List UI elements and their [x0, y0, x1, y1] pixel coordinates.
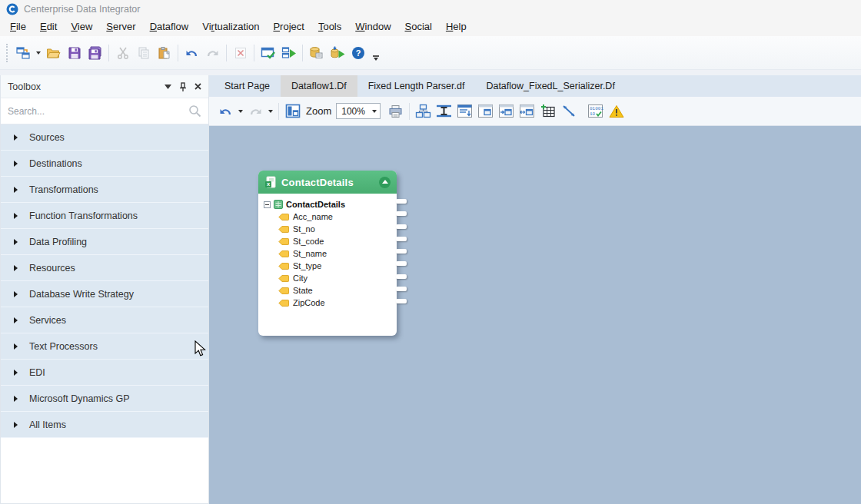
- df-redo-dropdown[interactable]: [266, 101, 275, 121]
- save-all-button[interactable]: [85, 42, 105, 63]
- expander-arrow-icon[interactable]: [14, 291, 18, 297]
- redo-button[interactable]: [202, 42, 223, 63]
- output-port[interactable]: [396, 249, 407, 254]
- output-port[interactable]: [396, 211, 407, 216]
- output-port[interactable]: [396, 299, 407, 303]
- expander-arrow-icon[interactable]: [14, 187, 18, 193]
- collapse-nodes-button[interactable]: [475, 101, 496, 121]
- tree-field-row[interactable]: St_code: [264, 235, 392, 247]
- run-job-button[interactable]: [327, 42, 347, 63]
- dataflow-canvas[interactable]: x ContactDetails ContactDetails Acc_name: [209, 126, 861, 504]
- preview-data-button[interactable]: 01001 10: [585, 101, 606, 121]
- menu-help[interactable]: Help: [439, 18, 474, 36]
- close-icon[interactable]: [194, 83, 201, 90]
- layout-options-button[interactable]: [282, 101, 303, 121]
- draw-link-button[interactable]: [558, 101, 579, 121]
- node-collapse-button[interactable]: [379, 177, 391, 188]
- toolbox-item-microsoft-dynamics-gp[interactable]: Microsoft Dynamics GP: [1, 386, 208, 412]
- output-port[interactable]: [396, 274, 407, 279]
- output-port[interactable]: [396, 261, 407, 266]
- toolbox-item-edi[interactable]: EDI: [1, 360, 208, 386]
- auto-layout-button[interactable]: [413, 101, 434, 121]
- menu-view[interactable]: View: [64, 18, 99, 36]
- menu-dataflow[interactable]: Dataflow: [143, 18, 196, 36]
- expander-arrow-icon[interactable]: [14, 422, 18, 428]
- tab-dataflow-fixedl-serializer[interactable]: Dataflow_FixedL_Serializer.Df: [475, 75, 625, 97]
- toolbox-item-function-transformations[interactable]: Function Transformations: [1, 203, 208, 229]
- pin-icon[interactable]: [179, 82, 187, 91]
- toolbar-grip[interactable]: [6, 44, 10, 62]
- start-dataflow-button[interactable]: [278, 42, 299, 63]
- search-input[interactable]: [1, 98, 208, 124]
- tree-root-row[interactable]: ContactDetails: [264, 198, 392, 211]
- df-undo-button[interactable]: [215, 101, 236, 121]
- new-button[interactable]: [13, 42, 34, 63]
- output-port[interactable]: [396, 287, 407, 291]
- help-button[interactable]: ?: [347, 42, 368, 63]
- toolbox-item-transformations[interactable]: Transformations: [1, 177, 208, 203]
- menu-virtualization[interactable]: Virtualization: [195, 18, 266, 36]
- menu-server[interactable]: Server: [99, 18, 142, 36]
- toolbar-overflow-button[interactable]: [373, 55, 379, 61]
- new-dropdown-button[interactable]: [34, 42, 43, 63]
- menu-tools[interactable]: Tools: [311, 18, 348, 36]
- expander-arrow-icon[interactable]: [14, 396, 18, 402]
- tree-field-row[interactable]: ZipCode: [264, 297, 392, 309]
- expander-arrow-icon[interactable]: [14, 134, 18, 141]
- copy-button[interactable]: [133, 42, 154, 63]
- expander-arrow-icon[interactable]: [14, 161, 18, 167]
- zoom-combobox[interactable]: 100%: [336, 103, 381, 119]
- df-redo-button[interactable]: [245, 101, 266, 121]
- delete-button[interactable]: [230, 42, 251, 63]
- tree-field-row[interactable]: St_no: [264, 223, 392, 235]
- tree-field-row[interactable]: City: [264, 272, 392, 284]
- paste-button[interactable]: [154, 42, 175, 63]
- toolbox-item-text-processors[interactable]: Text Processors: [1, 333, 208, 360]
- print-button[interactable]: [385, 101, 406, 121]
- expander-arrow-icon[interactable]: [14, 265, 18, 271]
- output-port[interactable]: [396, 237, 407, 241]
- toolbox-item-data-profiling[interactable]: Data Profiling: [1, 229, 208, 255]
- menu-edit[interactable]: Edit: [33, 18, 64, 36]
- menu-social[interactable]: Social: [398, 18, 439, 36]
- menu-project[interactable]: Project: [266, 18, 311, 36]
- cut-button[interactable]: [112, 42, 133, 63]
- expander-arrow-icon[interactable]: [14, 343, 18, 350]
- expander-arrow-icon[interactable]: [14, 239, 18, 245]
- tree-field-row[interactable]: St_name: [264, 247, 392, 260]
- expand-all-nodes-button[interactable]: [517, 101, 537, 121]
- menu-window[interactable]: Window: [348, 18, 397, 36]
- toolbox-item-services[interactable]: Services: [1, 307, 208, 333]
- tree-field-row[interactable]: Acc_name: [264, 211, 392, 223]
- zoom-dropdown-button[interactable]: [369, 104, 380, 118]
- verify-dataflow-button[interactable]: [258, 42, 278, 63]
- expand-list-button[interactable]: [454, 101, 475, 121]
- toolbox-item-resources[interactable]: Resources: [1, 255, 208, 281]
- tab-start-page[interactable]: Start Page: [214, 75, 281, 97]
- expander-arrow-icon[interactable]: [14, 213, 18, 219]
- expand-node-button[interactable]: [496, 101, 517, 121]
- tree-field-row[interactable]: St_type: [264, 260, 392, 272]
- tree-collapse-icon[interactable]: [264, 201, 271, 208]
- node-header[interactable]: x ContactDetails: [258, 171, 397, 194]
- open-button[interactable]: [43, 42, 64, 63]
- warnings-button[interactable]: [606, 101, 627, 121]
- align-middle-button[interactable]: [434, 101, 454, 121]
- output-port[interactable]: [396, 199, 407, 204]
- tree-field-row[interactable]: State: [264, 284, 392, 297]
- menu-file[interactable]: File: [3, 18, 33, 36]
- toolbox-item-database-write-strategy[interactable]: Database Write Strategy: [1, 281, 208, 307]
- output-port[interactable]: [396, 224, 407, 229]
- tab-dataflow1[interactable]: Dataflow1.Df: [281, 75, 357, 97]
- df-undo-dropdown[interactable]: [236, 101, 245, 121]
- tab-fixed-length-parser[interactable]: Fixed Length Parser.df: [357, 75, 476, 97]
- expander-arrow-icon[interactable]: [14, 317, 18, 323]
- panel-menu-chevron-icon[interactable]: [165, 85, 171, 89]
- toolbox-item-all-items[interactable]: All Items: [1, 412, 208, 438]
- toolbox-item-sources[interactable]: Sources: [1, 124, 208, 151]
- contactdetails-node[interactable]: x ContactDetails ContactDetails Acc_name: [258, 171, 397, 336]
- database-job-button[interactable]: [306, 42, 327, 63]
- toolbox-item-destinations[interactable]: Destinations: [1, 151, 208, 177]
- expander-arrow-icon[interactable]: [14, 370, 18, 376]
- add-grid-button[interactable]: [537, 101, 558, 121]
